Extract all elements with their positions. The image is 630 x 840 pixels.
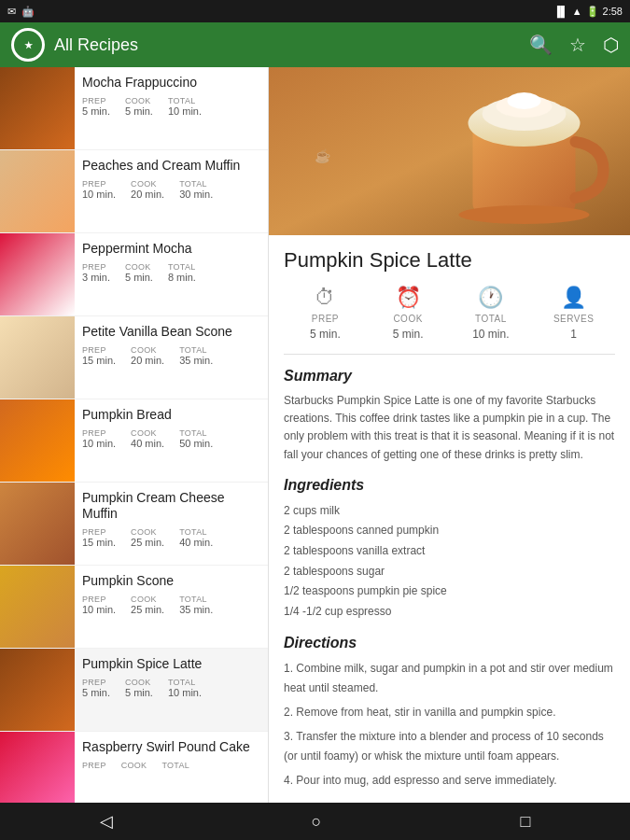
recipe-times: PREP10 min.COOK20 min.TOTAL30 min. — [82, 179, 260, 200]
prep-icon: ⏱ — [315, 286, 335, 310]
time-value: 10 min. — [168, 687, 202, 698]
time-label: TOTAL — [168, 262, 196, 272]
recipe-thumbnail — [0, 399, 75, 482]
direction-item: 3. Transfer the mixture into a blender a… — [284, 727, 615, 765]
recipe-item[interactable]: Pumpkin Cream Cheese MuffinPREP15 min.CO… — [0, 483, 268, 566]
ingredient-item: 1/2 teaspoons pumpkin pie spice — [284, 581, 615, 602]
recipe-item[interactable]: Pumpkin SconePREP10 min.COOK25 min.TOTAL… — [0, 566, 268, 649]
ingredient-item: 2 tablespoons sugar — [284, 562, 615, 582]
time-label: PREP — [82, 345, 116, 355]
time-label: COOK — [131, 179, 164, 189]
recipe-thumbnail — [0, 483, 75, 565]
svg-point-8 — [459, 205, 590, 224]
recipe-item[interactable]: Pumpkin Spice LattePREP5 min.COOK5 min.T… — [0, 649, 268, 732]
time-value: 5 min. — [82, 687, 110, 698]
time-value: 15 min. — [82, 537, 116, 548]
summary-title: Summary — [284, 368, 615, 385]
cook-label: COOK — [393, 314, 422, 324]
time-block: COOK5 min. — [125, 96, 153, 117]
time-value: 5 min. — [125, 105, 153, 117]
recipe-thumbnail — [0, 67, 75, 149]
ingredient-item: 2 tablespoons canned pumpkin — [284, 521, 615, 541]
detail-hero-image: ☕ — [269, 67, 630, 235]
recipe-item[interactable]: Peppermint MochaPREP3 min.COOK5 min.TOTA… — [0, 233, 268, 316]
recent-button[interactable]: □ — [521, 812, 531, 832]
ingredient-item: 2 tablespoons vanilla extract — [284, 541, 615, 562]
cook-icon: ⏰ — [396, 286, 421, 310]
time-block: TOTAL35 min. — [179, 595, 213, 615]
recipe-info: Mocha FrappuccinoPREP5 min.COOK5 min.TOT… — [75, 67, 268, 149]
recipe-thumbnail — [0, 566, 75, 648]
recipe-thumbnail — [0, 150, 75, 232]
recipe-info: Peppermint MochaPREP3 min.COOK5 min.TOTA… — [75, 233, 268, 315]
home-button[interactable]: ○ — [312, 812, 322, 832]
share-icon[interactable]: ⬡ — [603, 34, 619, 56]
top-bar: ★ All Recipes 🔍 ☆ ⬡ — [0, 22, 630, 67]
time-block: PREP10 min. — [82, 428, 116, 449]
time-label: COOK — [131, 595, 164, 604]
serves-icon: 👤 — [561, 286, 586, 310]
time-value: 10 min. — [82, 604, 116, 615]
svg-point-7 — [508, 92, 541, 109]
time-label: COOK — [131, 527, 164, 537]
recipe-info: Pumpkin SconePREP10 min.COOK25 min.TOTAL… — [75, 566, 268, 648]
ingredient-item: 1/4 -1/2 cup espresso — [284, 602, 615, 623]
time-block: COOK40 min. — [131, 428, 164, 449]
time-value: 5 min. — [125, 687, 153, 698]
time-value: 40 min. — [131, 438, 164, 449]
time-label: TOTAL — [179, 527, 213, 537]
top-bar-actions: 🔍 ☆ ⬡ — [529, 34, 619, 56]
bottom-nav: ◁ ○ □ — [0, 803, 630, 840]
time-block: TOTAL10 min. — [168, 678, 202, 698]
time-label: TOTAL — [168, 678, 202, 687]
time-label: TOTAL — [179, 179, 213, 189]
recipe-info: Pumpkin BreadPREP10 min.COOK40 min.TOTAL… — [75, 399, 268, 482]
time-block: TOTAL8 min. — [168, 262, 196, 283]
recipe-item[interactable]: Mocha FrappuccinoPREP5 min.COOK5 min.TOT… — [0, 67, 268, 150]
recipe-times: PREP10 min.COOK25 min.TOTAL35 min. — [82, 595, 260, 615]
stat-total: 🕐 TOTAL 10 min. — [450, 286, 533, 341]
time-value: 3 min. — [82, 272, 110, 283]
recipe-list[interactable]: Mocha FrappuccinoPREP5 min.COOK5 min.TOT… — [0, 67, 269, 803]
time-value: 25 min. — [131, 604, 164, 615]
serves-label: SERVES — [553, 314, 594, 324]
favorite-icon[interactable]: ☆ — [569, 34, 586, 56]
recipe-info: Pumpkin Cream Cheese MuffinPREP15 min.CO… — [75, 483, 268, 565]
recipe-item[interactable]: Pumpkin BreadPREP10 min.COOK40 min.TOTAL… — [0, 399, 268, 483]
recipe-name: Petite Vanilla Bean Scone — [82, 324, 260, 340]
recipe-item[interactable]: Raspberry Swirl Pound CakePREPCOOKTOTAL — [0, 732, 268, 803]
time-value: 20 min. — [131, 189, 164, 200]
search-icon[interactable]: 🔍 — [529, 34, 553, 56]
time-block: PREP10 min. — [82, 179, 116, 200]
time-block: TOTAL50 min. — [179, 428, 213, 449]
time-block: TOTAL35 min. — [179, 345, 213, 366]
time-block: PREP10 min. — [82, 595, 116, 615]
time: 2:58 — [603, 6, 623, 17]
ingredient-item: 2 cups milk — [284, 501, 615, 522]
recipe-times: PREP3 min.COOK5 min.TOTAL8 min. — [82, 262, 260, 283]
time-label: TOTAL — [168, 96, 202, 105]
time-block: COOK25 min. — [131, 595, 164, 615]
recipe-item[interactable]: Peaches and Cream MuffinPREP10 min.COOK2… — [0, 150, 268, 233]
serves-value: 1 — [570, 328, 577, 341]
time-label: TOTAL — [179, 428, 213, 438]
recipe-name: Mocha Frappuccino — [82, 75, 260, 91]
recipe-times: PREP5 min.COOK5 min.TOTAL10 min. — [82, 96, 260, 117]
back-button[interactable]: ◁ — [100, 811, 113, 832]
total-icon: 🕐 — [478, 286, 503, 310]
main-content: Mocha FrappuccinoPREP5 min.COOK5 min.TOT… — [0, 67, 630, 803]
time-value: 10 min. — [82, 438, 116, 449]
time-value: 10 min. — [82, 189, 116, 200]
total-label: TOTAL — [475, 314, 507, 324]
time-value: 50 min. — [179, 438, 213, 449]
recipe-thumbnail — [0, 649, 75, 731]
svg-text:☕: ☕ — [315, 148, 331, 164]
recipe-item[interactable]: Petite Vanilla Bean SconePREP15 min.COOK… — [0, 316, 268, 399]
detail-title: Pumpkin Spice Latte — [284, 248, 615, 273]
summary-text: Starbucks Pumpkin Spice Latte is one of … — [284, 392, 615, 464]
time-block: PREP5 min. — [82, 96, 110, 117]
notification-icon: ✉ — [7, 6, 16, 18]
recipe-times: PREP15 min.COOK25 min.TOTAL40 min. — [82, 527, 260, 548]
time-value: 20 min. — [131, 355, 164, 366]
time-label: COOK — [125, 678, 153, 687]
